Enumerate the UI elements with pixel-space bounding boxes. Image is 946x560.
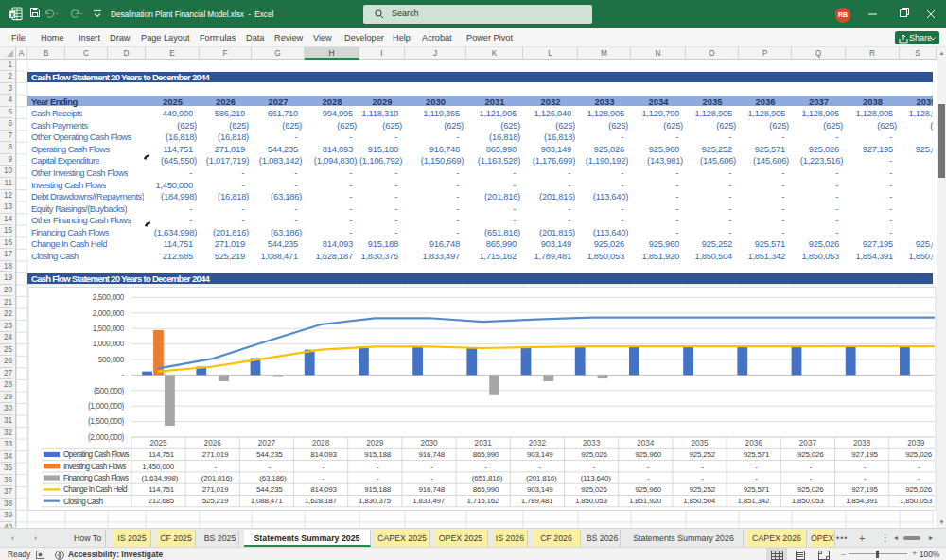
svg-text:x: x	[10, 11, 14, 18]
